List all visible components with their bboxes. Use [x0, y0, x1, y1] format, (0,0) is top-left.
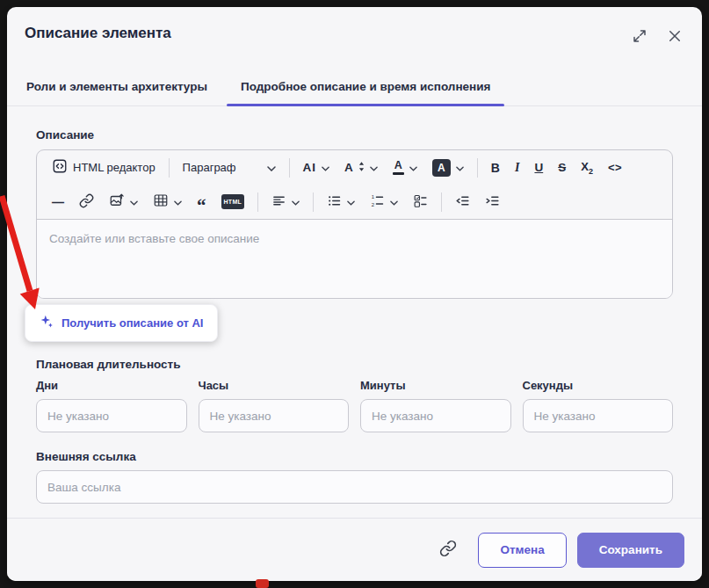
link-icon — [79, 193, 94, 211]
font-size-button[interactable]: A — [337, 156, 385, 178]
external-link-input[interactable] — [36, 470, 673, 504]
chevron-down-icon — [174, 195, 182, 208]
subscript-button[interactable]: X2 — [574, 156, 600, 180]
editor-placeholder: Создайте или вставьте свое описание — [49, 232, 259, 245]
expand-icon — [632, 28, 648, 47]
chevron-down-icon — [390, 195, 398, 208]
days-field: Дни — [36, 379, 187, 432]
cancel-button[interactable]: Отмена — [478, 533, 566, 568]
copy-link-button[interactable] — [438, 538, 459, 562]
indent-button[interactable] — [478, 189, 507, 215]
seconds-input[interactable] — [523, 399, 674, 432]
table-icon — [153, 192, 169, 211]
close-icon — [667, 28, 683, 47]
html-editor-label: HTML редактор — [73, 161, 156, 174]
background-artifact — [256, 579, 269, 588]
planned-duration-label: Плановая длительность — [36, 358, 673, 371]
blockquote-icon: “ — [197, 195, 206, 208]
underline-icon: U — [534, 161, 543, 174]
insert-link-button[interactable] — [72, 189, 101, 215]
highlight-color-button[interactable]: A — [425, 155, 471, 181]
tab-roles-architecture[interactable]: Роли и элементы архитектуры — [25, 76, 209, 105]
italic-icon: I — [515, 161, 519, 175]
font-style-icon: AI — [303, 161, 317, 174]
html-block-button[interactable]: HTML — [214, 190, 252, 214]
text-color-button[interactable]: A — [386, 156, 424, 180]
bullet-list-icon — [327, 193, 342, 211]
expand-dialog-button[interactable] — [630, 26, 649, 48]
chevron-down-icon — [409, 161, 417, 174]
checklist-button[interactable] — [406, 189, 435, 215]
dialog-title: Описание элемента — [25, 25, 171, 42]
highlight-color-icon: A — [432, 159, 451, 177]
hours-input[interactable] — [199, 399, 350, 432]
paragraph-style-value: Параграф — [183, 161, 236, 174]
subscript-icon: X2 — [581, 160, 593, 176]
bullet-list-button[interactable] — [320, 189, 362, 215]
strikethrough-icon: S — [558, 161, 566, 174]
align-left-icon — [271, 193, 286, 211]
toolbar-separator — [441, 192, 442, 212]
numbered-list-icon: 12 — [370, 193, 385, 211]
align-button[interactable] — [264, 189, 307, 215]
chevron-down-icon — [292, 195, 300, 208]
tab-detailed-description[interactable]: Подробное описание и время исполнения — [239, 76, 492, 105]
image-upload-icon — [109, 192, 125, 211]
html-editor-icon — [52, 158, 68, 177]
svg-text:1: 1 — [372, 194, 375, 200]
toolbar-separator — [477, 158, 478, 178]
rich-text-editor: HTML редактор Параграф AI A — [36, 149, 673, 299]
ai-button-label: Получить описание от AI — [61, 316, 203, 330]
minutes-input[interactable] — [360, 399, 511, 432]
outdent-icon — [455, 193, 470, 211]
dialog-content: Описание HTML редактор Параграф — [7, 128, 702, 504]
editor-toolbar: HTML редактор Параграф AI A — [37, 150, 672, 219]
html-editor-button[interactable]: HTML редактор — [45, 154, 163, 181]
chevron-down-icon — [456, 161, 464, 174]
blockquote-button[interactable]: “ — [190, 191, 213, 213]
element-description-dialog: Описание элемента Роли и элементы архите… — [7, 7, 702, 581]
horizontal-rule-button[interactable]: — — [45, 191, 71, 214]
hours-field: Часы — [199, 379, 350, 432]
insert-table-button[interactable] — [146, 188, 189, 215]
font-size-icon: A — [344, 161, 353, 174]
minutes-label: Минуты — [360, 379, 511, 392]
get-ai-description-button[interactable]: Получить описание от AI — [25, 304, 218, 342]
days-input[interactable] — [36, 399, 187, 432]
save-button[interactable]: Сохранить — [577, 533, 684, 568]
chevron-down-icon — [267, 161, 276, 174]
indent-icon — [485, 193, 500, 211]
outdent-button[interactable] — [448, 189, 477, 215]
days-label: Дни — [36, 379, 187, 392]
chevron-down-icon — [370, 161, 378, 174]
bold-button[interactable]: B — [484, 156, 507, 179]
text-color-icon: A — [393, 160, 404, 176]
hours-label: Часы — [199, 379, 350, 392]
description-label: Описание — [36, 128, 673, 142]
seconds-field: Секунды — [523, 379, 674, 432]
numbered-list-button[interactable]: 12 — [363, 189, 405, 215]
toolbar-separator — [289, 158, 290, 178]
strikethrough-button[interactable]: S — [551, 156, 573, 178]
seconds-label: Секунды — [523, 379, 674, 392]
editor-content[interactable]: Создайте или вставьте свое описание — [37, 219, 672, 298]
chevron-down-icon — [322, 161, 329, 174]
svg-text:2: 2 — [372, 201, 375, 207]
checklist-icon — [413, 193, 428, 211]
close-dialog-button[interactable] — [665, 26, 684, 48]
dialog-tabs: Роли и элементы архитектуры Подробное оп… — [7, 76, 702, 106]
toolbar-row-1: HTML редактор Параграф AI A — [45, 150, 664, 185]
insert-image-button[interactable] — [102, 188, 145, 215]
toolbar-separator — [257, 192, 258, 212]
code-button[interactable]: <> — [601, 156, 629, 178]
code-icon: <> — [608, 161, 622, 174]
underline-button[interactable]: U — [527, 156, 550, 178]
font-style-button[interactable]: AI — [296, 156, 337, 178]
minutes-field: Минуты — [360, 379, 511, 432]
italic-button[interactable]: I — [508, 156, 526, 179]
dialog-footer: Отмена Сохранить — [7, 518, 702, 581]
bold-icon: B — [491, 161, 500, 175]
toolbar-separator — [169, 158, 170, 178]
html-block-icon: HTML — [221, 194, 245, 209]
paragraph-style-select[interactable]: Параграф — [176, 156, 283, 178]
